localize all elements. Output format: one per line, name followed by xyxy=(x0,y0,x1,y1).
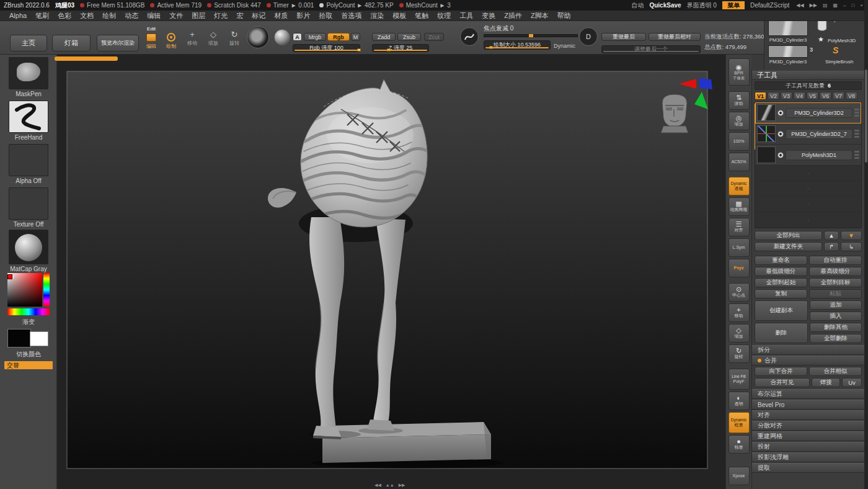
canvas-scale-button[interactable]: ◇ 缩放 xyxy=(728,324,750,343)
merge-similar-button[interactable]: 合并相似 xyxy=(809,367,862,376)
tab-v2[interactable]: V2 xyxy=(768,92,779,100)
panel-scrollbar[interactable] xyxy=(864,0,868,489)
menu-stencil[interactable]: 模板 xyxy=(388,11,410,20)
menu-zplugin[interactable]: Z插件 xyxy=(500,11,526,20)
weld-button[interactable]: 焊接 xyxy=(812,378,840,387)
menu-button[interactable]: 菜单 xyxy=(722,1,745,9)
viewport[interactable]: ◀◀ ▲▲ ▶▶ xyxy=(57,55,725,489)
aa-half-button[interactable]: AC50% xyxy=(728,153,750,171)
zadd-button[interactable]: Zadd xyxy=(372,33,396,41)
align-button[interactable]: ☰ 对齐 xyxy=(728,218,750,236)
rgb-button[interactable]: Rgb xyxy=(327,33,350,41)
nav-up-icon[interactable]: ▲▲ xyxy=(386,483,394,488)
material-sphere-icon[interactable] xyxy=(274,29,290,45)
polymesh3d-label[interactable]: PolyMesh3D xyxy=(828,38,856,43)
stroke-curve-icon[interactable] xyxy=(460,27,479,46)
grid-layout-icon[interactable]: ▦ xyxy=(831,2,839,8)
tab-v7[interactable]: V7 xyxy=(833,92,844,100)
swap-colors-button[interactable]: 交替 xyxy=(4,361,53,369)
pivot-button[interactable]: ⊙ 中心点 xyxy=(728,283,750,302)
move-up-button[interactable]: ▲ xyxy=(824,231,839,240)
polymesh3d-star-icon[interactable]: ★ xyxy=(818,35,824,43)
xpose-button[interactable]: Xpose xyxy=(728,467,750,485)
preview-boolean-button[interactable]: 预览布尔渲染 xyxy=(97,35,139,52)
actual-size-button[interactable]: 100% xyxy=(728,132,750,151)
redo-last-relative-button[interactable]: 重做最后相对 xyxy=(649,33,701,41)
zsub-button[interactable]: Zsub xyxy=(397,33,421,41)
scale-button[interactable]: ◇ 缩放 xyxy=(205,25,222,51)
main-color-swatch[interactable] xyxy=(7,329,31,348)
zcut-button[interactable]: Zcut xyxy=(424,33,444,41)
subtool-item[interactable]: PM3D_Cylinder3D2_7 xyxy=(755,123,861,145)
z-intensity-slider[interactable]: Z 强度 25 xyxy=(372,44,429,52)
tab-v5[interactable]: V5 xyxy=(807,92,818,100)
subtool-item[interactable]: PM3D_Cylinder3D2 xyxy=(755,102,861,123)
menu-draw[interactable]: 绘制 xyxy=(98,11,120,20)
current-brush-thumbnail[interactable] xyxy=(9,57,48,89)
local-symmetry-button[interactable]: L.Sym xyxy=(728,238,750,257)
menu-stroke[interactable]: 笔触 xyxy=(410,11,433,20)
subtool-name[interactable]: PM3D_Cylinder3D2_7 xyxy=(786,129,852,139)
document-canvas[interactable] xyxy=(57,55,725,489)
rename-button[interactable]: 重命名 xyxy=(755,256,807,265)
copy-button[interactable]: 复制 xyxy=(755,289,807,298)
saturation-value-box[interactable] xyxy=(7,273,42,307)
subtool-thumbnail[interactable] xyxy=(757,104,776,121)
perspective-button[interactable]: Dynamic 透视 xyxy=(728,177,750,195)
hue-strip-horizontal[interactable] xyxy=(7,308,50,315)
slider-handle[interactable] xyxy=(357,48,361,52)
menu-tool[interactable]: 工具 xyxy=(455,11,477,20)
quicksave-button[interactable]: QuickSave xyxy=(649,2,681,9)
menu-color[interactable]: 色彩 xyxy=(53,11,76,20)
zoom-button[interactable]: ◎ 缩放 xyxy=(728,112,750,130)
quickpick-tool-thumbnail[interactable] xyxy=(768,45,808,58)
tab-v6[interactable]: V6 xyxy=(820,92,831,100)
canvas-rotate-button[interactable]: ↻ 旋转 xyxy=(728,344,750,363)
nav-left-icon[interactable]: ◀◀ xyxy=(374,483,381,488)
menu-help[interactable]: 帮助 xyxy=(553,11,575,20)
remesh-section[interactable]: 重建网格 xyxy=(752,431,864,441)
nav-right-icon[interactable]: ▶▶ xyxy=(399,483,405,488)
menu-document[interactable]: 文档 xyxy=(76,11,98,20)
paste-button[interactable]: 粘贴 xyxy=(809,289,862,298)
menu-texture[interactable]: 纹理 xyxy=(433,11,455,20)
canvas-nav-arrows[interactable]: ◀◀ ▲▲ ▶▶ xyxy=(374,483,405,488)
delete-button[interactable]: 删除 xyxy=(755,323,808,343)
secondary-color-swatch[interactable] xyxy=(30,331,48,346)
menu-movie[interactable]: 影片 xyxy=(292,11,314,20)
camview-head[interactable] xyxy=(661,94,688,133)
subtool-name[interactable]: PolyMesh3D1 xyxy=(786,150,852,160)
panel-layout-icon[interactable]: ▤ xyxy=(822,2,829,8)
tab-v4[interactable]: V4 xyxy=(794,92,805,100)
boolean-section[interactable]: 布尔运算 xyxy=(752,389,864,399)
home-button[interactable]: 主页 xyxy=(10,35,47,52)
move-down-button[interactable]: ▼ xyxy=(841,231,862,240)
scroll-right-icon[interactable]: ▶▶ xyxy=(808,2,818,8)
menu-file[interactable]: 文件 xyxy=(165,11,187,20)
a-toggle-button[interactable]: A xyxy=(293,33,302,41)
menu-preferences[interactable]: 首选项 xyxy=(337,11,366,20)
redo-last-button[interactable]: 重做最后 xyxy=(601,33,646,41)
scroll-button[interactable]: ⇅ 滚动 xyxy=(728,91,750,110)
focal-falloff-slider[interactable] xyxy=(484,34,578,37)
lightbox-button[interactable]: 灯箱 xyxy=(52,35,91,52)
highest-subdiv-button[interactable]: 最高级细分 xyxy=(809,267,862,276)
move-out-folder-button[interactable]: ↱ xyxy=(824,242,839,251)
current-material-thumbnail[interactable] xyxy=(9,230,48,264)
mrgb-button[interactable]: Mrgb xyxy=(304,33,326,41)
merge-section[interactable]: 合并 xyxy=(752,356,864,366)
menu-dynamics[interactable]: 动态 xyxy=(120,11,143,20)
slider-handle[interactable] xyxy=(489,46,493,49)
dynamic-mode-icon[interactable]: D xyxy=(579,27,598,46)
move-into-folder-button[interactable]: ↳ xyxy=(841,242,862,251)
m-button[interactable]: M xyxy=(351,33,360,41)
draw-size-slider[interactable]: 绘制大小 10.53596 xyxy=(484,40,551,50)
menu-picker[interactable]: 拾取 xyxy=(314,11,337,20)
menu-edit[interactable]: 编辑 xyxy=(143,11,165,20)
scrollbar-thumb[interactable] xyxy=(865,70,867,163)
lightbox-resize-handle[interactable] xyxy=(55,56,118,61)
append-button[interactable]: 追加 xyxy=(810,300,862,310)
new-folder-button[interactable]: 新建文件夹 xyxy=(755,242,822,251)
all-to-start-button[interactable]: 全部到起始 xyxy=(755,278,807,287)
menu-transform[interactable]: 变换 xyxy=(477,11,500,20)
